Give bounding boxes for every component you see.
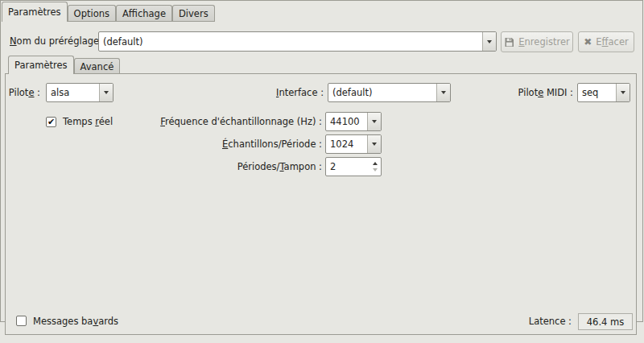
midi-driver-label: Pilote MIDI : [483, 83, 573, 102]
frames-per-period-value: 1024 [326, 135, 367, 153]
periods-per-buffer-label: Périodes/Tampon : [121, 157, 322, 176]
interface-label: Interface : [201, 83, 324, 102]
delete-preset-label: Effacer [596, 36, 628, 48]
main-tabbar: Paramètres Options Affichage Divers [2, 2, 215, 22]
preset-name-label: Nom du préréglage : [10, 31, 105, 52]
interface-value: (default) [328, 84, 436, 101]
chevron-down-icon[interactable] [367, 113, 381, 130]
tab-affichage[interactable]: Affichage [116, 5, 172, 22]
chevron-down-icon[interactable] [482, 32, 496, 51]
sample-rate-label: Fréquence d'échantillonnage (Hz) : [121, 112, 322, 131]
periods-per-buffer-spinbox[interactable]: 2 [325, 157, 382, 176]
tab-options[interactable]: Options [68, 5, 116, 22]
spinner-buttons [369, 158, 381, 176]
tab-settings-parametres-label: Paramètres [14, 60, 68, 71]
chevron-down-icon[interactable] [436, 84, 450, 101]
frames-per-period-combobox[interactable]: 1024 [325, 134, 382, 154]
latency-label: Latence : [491, 312, 572, 331]
driver-label: Pilote : [8, 83, 40, 102]
spin-up-icon[interactable] [373, 162, 378, 165]
settings-tabbar: Paramètres Avancé [8, 56, 120, 74]
chevron-down-icon[interactable] [99, 84, 113, 101]
chevron-down-icon[interactable] [616, 84, 630, 101]
tab-settings-avance-label: Avancé [80, 61, 114, 72]
preset-name-combobox[interactable]: (default) [98, 31, 497, 52]
midi-driver-combobox[interactable]: seq [577, 83, 630, 102]
setup-dialog: Paramètres Options Affichage Divers Nom … [0, 0, 644, 343]
tab-parametres[interactable]: Paramètres [2, 2, 68, 22]
tab-parametres-label: Paramètres [8, 6, 61, 18]
preset-name-value[interactable]: (default) [99, 32, 482, 51]
tab-settings-avance[interactable]: Avancé [74, 58, 121, 74]
realtime-label[interactable]: Temps réel [63, 112, 113, 131]
sample-rate-value: 44100 [326, 113, 367, 130]
sample-rate-combobox[interactable]: 44100 [325, 112, 382, 131]
tab-settings-parametres[interactable]: Paramètres [8, 56, 74, 74]
driver-value: alsa [47, 84, 99, 101]
tab-divers-label: Divers [179, 8, 208, 19]
interface-combobox[interactable]: (default) [328, 83, 451, 102]
verbose-checkbox[interactable] [16, 316, 27, 326]
floppy-disk-icon [504, 37, 514, 48]
cross-icon: ✖ [584, 37, 592, 47]
tab-options-label: Options [74, 8, 109, 19]
driver-combobox[interactable]: alsa [46, 83, 114, 102]
midi-driver-value: seq [578, 84, 616, 101]
periods-per-buffer-value[interactable]: 2 [326, 158, 369, 176]
verbose-label[interactable]: Messages bavards [33, 312, 118, 331]
latency-display: 46.4 ms [578, 313, 633, 330]
tab-affichage-label: Affichage [122, 8, 166, 19]
tab-divers[interactable]: Divers [172, 5, 215, 22]
frames-per-period-label: Échantillons/Période : [121, 134, 322, 154]
delete-preset-button[interactable]: ✖ Effacer [578, 31, 634, 52]
realtime-checkbox[interactable]: ✔ [46, 117, 56, 127]
save-preset-button[interactable]: Enregistrer [501, 31, 573, 52]
chevron-down-icon[interactable] [367, 135, 381, 153]
latency-value: 46.4 ms [587, 316, 624, 328]
spin-down-icon[interactable] [373, 168, 378, 172]
save-preset-label: Enregistrer [518, 36, 569, 48]
check-icon: ✔ [47, 118, 55, 126]
